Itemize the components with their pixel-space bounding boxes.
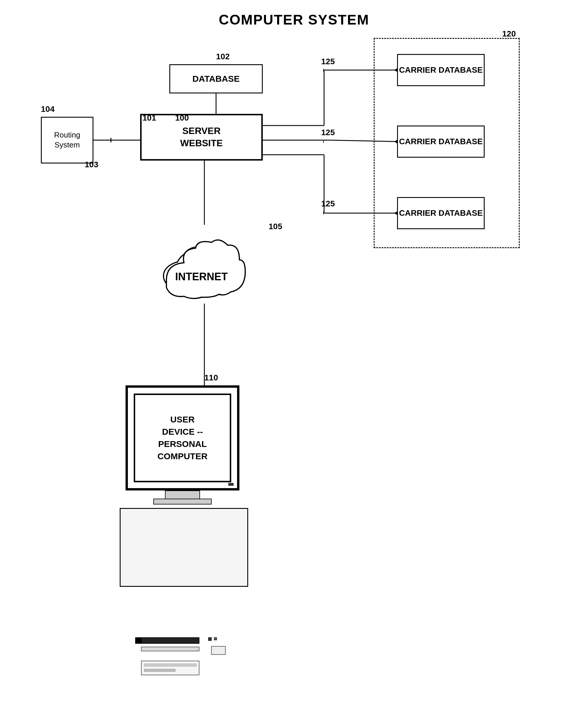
tower-button-2 [211, 646, 226, 655]
monitor-stand-top [165, 490, 200, 499]
carrier-database-3: CARRIER DATABASE [397, 197, 485, 229]
tower-indicator-1 [208, 637, 212, 641]
ref-120: 120 [502, 29, 516, 38]
ref-125b: 125 [321, 128, 335, 137]
carrier-database-1: CARRIER DATABASE [397, 54, 485, 86]
database-box: DATABASE [169, 64, 263, 93]
tower-drive-1 [141, 637, 200, 644]
monitor-screen: USERDEVICE --PERSONALCOMPUTER [134, 394, 231, 482]
ref-101: 101 [142, 113, 156, 123]
drive-line-1 [144, 663, 197, 667]
monitor-stand-base [153, 499, 212, 504]
ref-100: 100 [175, 113, 189, 123]
page-title: COMPUTER SYSTEM [219, 12, 369, 28]
ref-105: 105 [269, 222, 282, 231]
drive-line-2 [144, 669, 175, 672]
diagram: COMPUTER SYSTEM 120 CARRIER DATABASE CAR… [0, 0, 588, 703]
server-box: SERVERWEBSITE [140, 114, 263, 161]
ref-125c: 125 [321, 199, 335, 209]
svg-text:INTERNET: INTERNET [175, 270, 228, 283]
monitor-outer: USERDEVICE --PERSONALCOMPUTER [126, 385, 239, 490]
monitor-indicator [228, 483, 234, 486]
pc-container: USERDEVICE --PERSONALCOMPUTER [108, 385, 257, 590]
ref-110: 110 [204, 373, 218, 382]
pc-tower [120, 508, 248, 587]
carrier-database-2: CARRIER DATABASE [397, 126, 485, 158]
ref-103: 103 [85, 160, 98, 169]
tower-drive-2 [141, 647, 200, 651]
tower-indicator-2 [214, 637, 217, 640]
ref-125a: 125 [321, 57, 335, 66]
cloud-svg: INTERNET [149, 222, 254, 304]
ref-102: 102 [216, 52, 230, 61]
tower-small-drive [141, 661, 200, 675]
routing-box: RoutingSystem [41, 117, 93, 163]
internet-cloud: INTERNET [149, 222, 254, 304]
ref-104: 104 [41, 104, 55, 114]
